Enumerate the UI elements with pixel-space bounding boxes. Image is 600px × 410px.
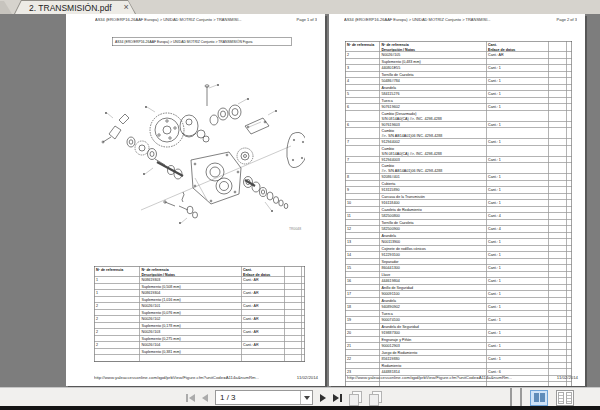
page-number-label: Page 2 of 3 [550, 18, 577, 23]
diagram-code: TR0048 [289, 227, 301, 231]
exploded-parts-diagram: TR0048 [95, 82, 305, 247]
adjacent-tab-edge [0, 1, 12, 14]
page-navigation: 1 / 3 [186, 390, 382, 405]
table-row: 17 900091100 Cant.: 1 Arandela [346, 291, 572, 304]
table-header-row: Nº de referencia Nº de referencia Descri… [346, 42, 572, 53]
previous-view-button[interactable] [349, 391, 362, 404]
table-row: 16 444619804 Cant.: 1 Anillo de Segurida… [346, 278, 572, 291]
table-row: 20 919887300 Cant.: 1 Engranaje y Piñón [346, 330, 572, 343]
previous-page-button[interactable] [202, 392, 208, 404]
two-up-icon [534, 393, 539, 402]
table-row: 14 912293100 Cant.: 1 Separador [346, 252, 572, 265]
parts-table-page1: Nº de referencia Nº de referencia Descri… [94, 266, 305, 362]
table-row: 8 92086#401 Cant.: 1 Cubierta [346, 174, 572, 187]
single-page-icon [510, 388, 512, 407]
continuous-icon [520, 388, 522, 407]
header-ref: Nº de referencia [346, 42, 381, 52]
chevron-down-icon[interactable] [300, 391, 312, 404]
tab-close-icon[interactable]: × [124, 3, 129, 12]
table-row: 3 440801E55 Cant.: 1 Tornillo de Cazolet… [346, 65, 572, 78]
table-row: 4 50486#784 Cant.: 1 Arandela [346, 78, 572, 91]
header-qty: Cant. Enlace de datos [242, 267, 286, 277]
last-page-button[interactable] [333, 392, 342, 404]
table-body: 1 N08619303 Cant.: AR Suplemento (0,508 … [95, 277, 305, 355]
header-qty: Cant. Enlace de datos [487, 42, 550, 52]
footer-date: 11/02/2014 [557, 375, 578, 380]
next-page-icon [320, 394, 326, 402]
table-row: 1 N08619304 Cant.: AR Suplemento (1,016 … [95, 290, 305, 303]
table-row: 7 912944002 Cant.: 1 Cambio S/N 0814A0(C… [346, 139, 572, 157]
tab-bar: 2. TRANSMISIÓN.pdf × [0, 0, 600, 14]
tab-title: 2. TRANSMISIÓN.pdf [29, 3, 112, 13]
table-row: 2 N0026#103 Cant.: AR Suplemento (0,275 … [95, 329, 305, 342]
table-row: 6 907619602 Cant.: 1 Cambio (Desarmado) … [346, 104, 572, 122]
table-row: 2 N0026#104 Cant.: AR Suplemento (0,381 … [95, 342, 305, 355]
page-1: AS34 (ERO/ERP16-26AAF Europa) > UNIDAD M… [66, 14, 325, 386]
table-row: 7 912944003 Cant.: 1 Cambio #>- S/N AB14… [346, 157, 572, 175]
document-tab[interactable]: 2. TRANSMISIÓN.pdf × [14, 0, 136, 14]
last-page-icon [333, 394, 339, 402]
table-row: 13 N00113900 Cant.: 1 Cojinete de rodill… [346, 239, 572, 252]
document-viewer[interactable]: AS34 (ERO/ERP16-26AAF Europa) > UNIDAD M… [0, 14, 600, 387]
page-indicator-value: 1 / 3 [216, 393, 300, 402]
footer-url: http://www.yaleaccessonline.com/qpd/prbV… [94, 375, 259, 380]
two-up-continuous-icon [558, 392, 564, 404]
table-row: 2 N0026#102 Cant.: AR Suplemento (0,178 … [95, 316, 305, 329]
table-row: 5 584115276 Cant.: 1 Tuerca [346, 91, 572, 104]
page-number-label: Page 1 of 3 [290, 18, 317, 23]
table-row: 2 N0026#101 Cant.: AR Suplemento (0,076 … [95, 303, 305, 316]
breadcrumb: AS34 (ERO/ERP16-26AAF Europa) > UNIDAD M… [344, 18, 491, 23]
table-row: 11 582500800 Cant.: 4 Tornillo de Cazole… [346, 213, 572, 226]
previous-page-icon [202, 394, 208, 402]
view-continuous-button[interactable] [520, 389, 522, 407]
table-row: 2 N0026#105 Cant.: AR Suplemento (0,483 … [346, 52, 572, 65]
table-body: 2 N0026#105 Cant.: AR Suplemento (0,483 … [346, 52, 572, 382]
page-2: AS34 (ERO/ERP16-26AAF Europa) > UNIDAD M… [329, 14, 585, 386]
view-two-up-button[interactable] [530, 390, 548, 406]
viewer-toolbar: 1 / 3 [0, 387, 600, 407]
page-indicator-combobox[interactable]: 1 / 3 [215, 390, 313, 405]
parts-table-page2: Nº de referencia Nº de referencia Descri… [345, 41, 572, 386]
header-ref: Nº de referencia [95, 267, 141, 277]
table-row: 12 582500900 Cant.: 4 Arandela [346, 226, 572, 239]
table-row: 18 940890902 Cant.: 1 Tuerca [346, 304, 572, 317]
footer-url: http://www.yaleaccessonline.com/qpd/prbV… [347, 375, 512, 380]
table-row: 19 900074100 Cant.: 1 Arandela de Seguri… [346, 317, 572, 330]
window-bottom-edge [0, 406, 600, 410]
next-page-button[interactable] [320, 392, 326, 404]
table-row: 21 900012903 Cant.: 1 Juego de Rodamient… [346, 343, 572, 356]
header-part: Nº de referencia Descripción / Notas [380, 42, 487, 52]
page-2-header: AS34 (ERO/ERP16-26AAF Europa) > UNIDAD M… [344, 18, 577, 23]
page-1-footer: http://www.yaleaccessonline.com/qpd/prbV… [94, 375, 318, 380]
table-row: 6 907619603 Cant.: 1 Cambio #>- S/N AB14… [346, 122, 572, 140]
first-page-button[interactable] [186, 392, 195, 404]
table-header-row: Nº de referencia Nº de referencia Descri… [95, 267, 305, 278]
table-row: 9 913115890 Cant.: 1 Carcasa de la Trans… [346, 187, 572, 200]
table-row: 22 856119880 Cant.: 1 Rodamiento [346, 356, 572, 369]
view-single-page-button[interactable] [510, 389, 512, 407]
footer-date: 11/02/2014 [297, 375, 318, 380]
page-2-footer: http://www.yaleaccessonline.com/qpd/prbV… [347, 375, 578, 380]
table-row: 15 860441300 Cant.: 1 Llave [346, 265, 572, 278]
header-part: Nº de referencia Descripción / Notas [140, 267, 242, 277]
table-row: 1 N08619303 Cant.: AR Suplemento (0,508 … [95, 277, 305, 290]
breadcrumb: AS34 (ERO/ERP16-26AAF Europa) > UNIDAD M… [95, 18, 242, 23]
table-row: 10 916118400 Cant.: 1 Cazoleta de Rodami… [346, 200, 572, 213]
page-layout-controls [510, 390, 574, 405]
next-view-button[interactable] [369, 391, 382, 404]
figure-title: AS34 (ERO/ERP16-26AAF Europa) > UNIDAD M… [112, 37, 292, 46]
view-two-up-continuous-button[interactable] [556, 390, 574, 406]
page-1-header: AS34 (ERO/ERP16-26AAF Europa) > UNIDAD M… [95, 18, 317, 23]
first-page-icon [186, 394, 188, 402]
